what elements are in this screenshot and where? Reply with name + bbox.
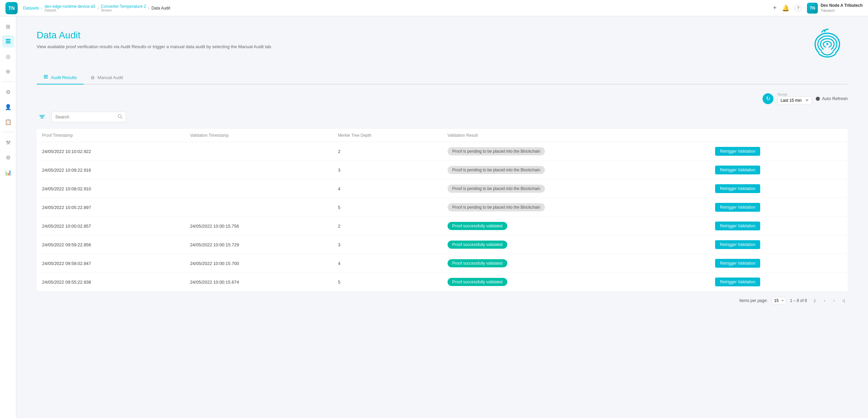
- first-page-button[interactable]: |‹: [811, 297, 819, 305]
- retrigger-validation-button[interactable]: Retrigger Validation: [715, 222, 760, 230]
- cell-result: Proof successfully validated: [442, 273, 710, 291]
- cell-depth: 5: [333, 273, 442, 291]
- result-badge: Proof is pending to be placed into the B…: [448, 147, 545, 155]
- cell-result: Proof successfully validated: [442, 217, 710, 235]
- cell-depth: 5: [333, 198, 442, 217]
- cell-proof-ts: 24/05/2022 10:08:02.910: [37, 179, 184, 198]
- table-row: 24/05/2022 10:00:02.85724/05/2022 10:00:…: [37, 217, 848, 235]
- sidebar-icon-table[interactable]: [2, 35, 14, 48]
- cell-action: Retrigger Validation: [710, 198, 848, 217]
- add-icon[interactable]: +: [773, 4, 777, 12]
- tab-audit-results[interactable]: Audit Results: [37, 71, 84, 84]
- filter-icon[interactable]: [37, 111, 47, 122]
- tab-manual-audit[interactable]: ⚙ Manual Audit: [84, 71, 130, 84]
- cell-depth: 2: [333, 142, 442, 161]
- result-badge: Proof is pending to be placed into the B…: [448, 185, 545, 193]
- retrigger-validation-button[interactable]: Retrigger Validation: [715, 147, 760, 156]
- svg-rect-5: [44, 76, 48, 77]
- cell-action: Retrigger Validation: [710, 161, 848, 179]
- cell-depth: 4: [333, 179, 442, 198]
- table-row: 24/05/2022 10:09:22.9163Proof is pending…: [37, 161, 848, 179]
- page-title: Data Audit: [37, 30, 272, 41]
- cell-result: Proof successfully validated: [442, 235, 710, 254]
- cell-proof-ts: 24/05/2022 09:59:22.856: [37, 235, 184, 254]
- cell-depth: 3: [333, 161, 442, 179]
- fingerprint-icon: [807, 26, 848, 60]
- sidebar-icon-tools[interactable]: ⚒: [2, 136, 14, 149]
- retrigger-validation-button[interactable]: Retrigger Validation: [715, 166, 760, 174]
- prev-page-button[interactable]: ‹: [821, 297, 829, 305]
- avatar: TN: [807, 3, 818, 14]
- cell-depth: 2: [333, 217, 442, 235]
- svg-rect-4: [44, 75, 48, 76]
- cell-depth: 4: [333, 254, 442, 273]
- sidebar-divider-2: [2, 132, 15, 132]
- table-row: 24/05/2022 10:08:02.9104Proof is pending…: [37, 179, 848, 198]
- result-badge: Proof successfully validated: [448, 241, 507, 249]
- notifications-icon[interactable]: 🔔: [782, 4, 789, 12]
- breadcrumb-device[interactable]: dev-edge-runtime-device-a5 Dataset: [44, 4, 95, 12]
- breadcrumb-datasets[interactable]: Datasets: [23, 6, 39, 11]
- cell-action: Retrigger Validation: [710, 254, 848, 273]
- last-page-button[interactable]: ›|: [840, 297, 848, 305]
- help-icon[interactable]: ?: [795, 5, 802, 12]
- breadcrumb-stream[interactable]: Converter Temperature 2 Stream: [101, 4, 146, 12]
- table-row: 24/05/2022 09:55:22.83824/05/2022 10:00:…: [37, 273, 848, 291]
- cell-proof-ts: 24/05/2022 10:05:22.897: [37, 198, 184, 217]
- col-actions: [710, 129, 848, 142]
- retrigger-validation-button[interactable]: Retrigger Validation: [715, 278, 760, 286]
- cell-action: Retrigger Validation: [710, 179, 848, 198]
- user-badge: TN Dev Node A Tributech Tributech: [807, 3, 863, 14]
- data-table: Proof Timestamp Validation Timestamp Mer…: [37, 129, 848, 291]
- svg-rect-2: [6, 42, 11, 43]
- svg-line-11: [121, 117, 122, 118]
- cell-result: Proof successfully validated: [442, 254, 710, 273]
- next-page-button[interactable]: ›: [830, 297, 838, 305]
- cell-validation-ts: 24/05/2022 10:00:15.729: [184, 235, 332, 254]
- svg-rect-0: [6, 39, 11, 40]
- sidebar-icon-clipboard[interactable]: 📋: [2, 116, 14, 128]
- search-bar: [37, 111, 848, 122]
- svg-rect-6: [44, 78, 48, 78]
- toggle-dot: [816, 97, 820, 101]
- sidebar-icon-chart[interactable]: 📊: [2, 166, 14, 178]
- page-size-select[interactable]: 15 25 50: [772, 297, 786, 304]
- cell-depth: 3: [333, 235, 442, 254]
- search-button[interactable]: [118, 114, 122, 120]
- cell-proof-ts: 24/05/2022 10:00:02.857: [37, 217, 184, 235]
- table-header-row: Proof Timestamp Validation Timestamp Mer…: [37, 129, 848, 142]
- table-body: 24/05/2022 10:10:02.9222Proof is pending…: [37, 142, 848, 291]
- result-badge: Proof successfully validated: [448, 259, 507, 267]
- sidebar-icon-gear[interactable]: ⚙: [2, 151, 14, 164]
- cell-validation-ts: [184, 179, 332, 198]
- sidebar-icon-location[interactable]: ◎: [2, 50, 14, 62]
- result-badge: Proof successfully validated: [448, 278, 507, 286]
- breadcrumb-current: Data Audit: [152, 6, 170, 11]
- refresh-button[interactable]: ↻: [763, 93, 773, 104]
- svg-point-3: [826, 43, 828, 45]
- cell-validation-ts: 24/05/2022 10:00:15.756: [184, 217, 332, 235]
- sidebar-icon-grid[interactable]: ⊞: [2, 20, 14, 33]
- retrigger-validation-button[interactable]: Retrigger Validation: [715, 240, 760, 249]
- table-row: 24/05/2022 10:10:02.9222Proof is pending…: [37, 142, 848, 161]
- sidebar-icon-settings[interactable]: ⚙: [2, 86, 14, 98]
- range-select[interactable]: Last 5 min Last 15 min Last 30 min Last …: [777, 96, 812, 104]
- cell-result: Proof is pending to be placed into the B…: [442, 142, 710, 161]
- retrigger-validation-button[interactable]: Retrigger Validation: [715, 259, 760, 268]
- retrigger-validation-button[interactable]: Retrigger Validation: [715, 203, 760, 212]
- sidebar-icon-layers[interactable]: ⊛: [2, 65, 14, 77]
- sidebar-icon-user[interactable]: 👤: [2, 101, 14, 113]
- search-input[interactable]: [55, 114, 118, 119]
- search-input-wrap: [52, 112, 126, 122]
- auto-refresh-toggle[interactable]: Auto Refresh: [816, 96, 848, 101]
- cell-result: Proof is pending to be placed into the B…: [442, 179, 710, 198]
- range-control: Range Last 5 min Last 15 min Last 30 min…: [777, 93, 812, 104]
- main-content: Data Audit View available proof verifica…: [16, 16, 868, 418]
- retrigger-validation-button[interactable]: Retrigger Validation: [715, 184, 760, 193]
- cell-action: Retrigger Validation: [710, 142, 848, 161]
- cell-validation-ts: [184, 198, 332, 217]
- result-badge: Proof is pending to be placed into the B…: [448, 203, 545, 211]
- col-proof-timestamp: Proof Timestamp: [37, 129, 184, 142]
- cell-proof-ts: 24/05/2022 10:10:02.922: [37, 142, 184, 161]
- col-merkle-depth: Merkle Tree Depth: [333, 129, 442, 142]
